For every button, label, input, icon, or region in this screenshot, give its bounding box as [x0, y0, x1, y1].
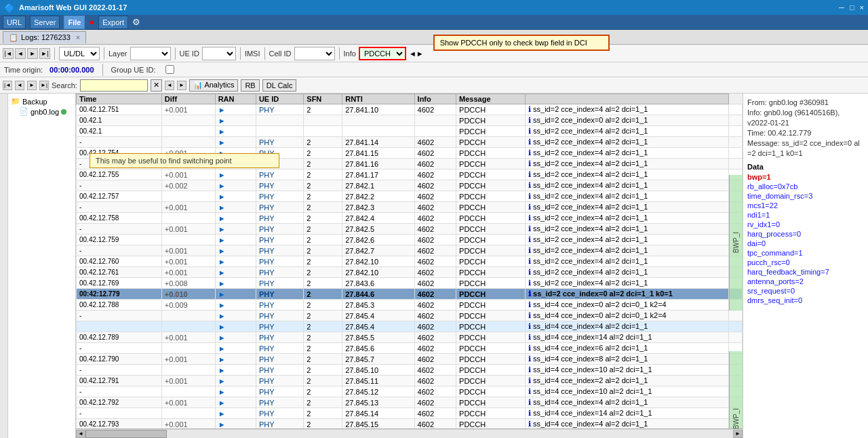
cell-ran[interactable]: ► — [215, 321, 256, 332]
table-row[interactable]: 00.42.12.791+0.001►PHY227.845.114602PDCC… — [77, 376, 743, 386]
search-input[interactable]: bwp=1 — [80, 79, 148, 92]
file-button[interactable]: File — [64, 16, 85, 29]
server-button[interactable]: Server — [30, 16, 60, 29]
table-row[interactable]: 00.42.1►PDCCHℹ ss_id=2 cce_index=0 al=2 … — [77, 115, 743, 126]
table-row[interactable]: 00.42.12.790+0.001►PHY227.845.74602PDCCH… — [77, 354, 743, 365]
maximize-btn[interactable]: □ — [850, 3, 854, 12]
dl-calc-button[interactable]: DL Calc — [262, 79, 297, 92]
table-row[interactable]: 00.42.12.769+0.008►PHY227.843.64602PDCCH… — [77, 278, 743, 289]
cell-ran[interactable]: ► — [215, 126, 256, 137]
nav-first[interactable]: |◄ — [3, 48, 14, 59]
cell-ran[interactable]: ► — [215, 343, 256, 354]
cell-ran[interactable]: ► — [215, 419, 256, 429]
layer-select[interactable] — [130, 47, 171, 60]
table-row[interactable]: 00.42.12.757►PHY227.842.24602PDCCHℹ ss_i… — [77, 191, 743, 202]
export-button[interactable]: Export — [98, 16, 128, 29]
table-row[interactable]: -►PHY227.845.144602PDCCHℹ ss_id=4 cce_in… — [77, 408, 743, 419]
log-tab[interactable]: 📋 Logs: 1276233 × — [3, 31, 86, 43]
table-row[interactable]: 00.42.1►PDCCHℹ ss_id=2 cce_index=4 al=2 … — [77, 126, 743, 137]
cell-ran[interactable]: ► — [215, 104, 256, 115]
cell-ran[interactable]: ► — [215, 300, 256, 311]
rb-button[interactable]: RB — [241, 79, 259, 92]
nav-next[interactable]: ► — [27, 48, 38, 59]
table-row[interactable]: -►PHY227.845.124602PDCCHℹ ss_id=4 cce_in… — [77, 386, 743, 397]
table-row[interactable]: 00.42.12.760+0.001►PHY227.842.104602PDCC… — [77, 256, 743, 267]
cell-id-select[interactable] — [294, 47, 335, 60]
table-row[interactable]: 00.42.12.754+0.001►PHY227.841.154602PDCC… — [77, 148, 743, 159]
table-row[interactable]: 00.42.12.761+0.001►PHY227.842.104602PDCC… — [77, 267, 743, 278]
table-row[interactable]: ►PHY227.845.44602PDCCHℹ ss_id=4 cce_inde… — [77, 321, 743, 332]
search-result-prev[interactable]: ◄ — [165, 81, 174, 90]
table-row[interactable]: 00:42:12.779+0.010►PHY227.844.64602PDCCH… — [77, 289, 743, 300]
cell-ran[interactable]: ► — [215, 376, 256, 386]
horizontal-scrollbar[interactable]: ◄ ► — [76, 429, 743, 438]
cell-ran[interactable]: ► — [215, 311, 256, 321]
ue-id-select[interactable] — [202, 47, 236, 60]
table-row[interactable]: 00.42.12.792+0.001►PHY227.845.134602PDCC… — [77, 397, 743, 408]
minimize-btn[interactable]: ─ — [839, 3, 844, 12]
cell-ran[interactable]: ► — [215, 289, 256, 300]
table-scroll[interactable]: Time Diff RAN UE ID SFN RNTI Info Messag… — [76, 94, 743, 429]
nav-last[interactable]: ►| — [39, 48, 50, 59]
table-row[interactable]: -►PHY227.845.64602PDCCHℹ ss_id=4 cce_ind… — [77, 343, 743, 354]
cell-ran[interactable]: ► — [215, 191, 256, 202]
scrollbar-track[interactable] — [85, 430, 733, 438]
search-nav-first[interactable]: |◄ — [3, 81, 12, 90]
table-row[interactable]: -+0.001►PHY227.842.74602PDCCHℹ ss_id=2 c… — [77, 245, 743, 256]
cell-ran[interactable]: ► — [215, 332, 256, 343]
cell-ran[interactable]: ► — [215, 202, 256, 213]
scrollbar-left[interactable]: ◄ — [76, 430, 85, 438]
uldl-select[interactable]: UL/DL — [59, 47, 100, 60]
settings-icon[interactable]: ⚙ — [132, 17, 140, 27]
cell-ran[interactable]: ► — [215, 213, 256, 224]
search-nav-next[interactable]: ► — [27, 81, 37, 90]
url-button[interactable]: URL — [3, 16, 26, 29]
backup-folder[interactable]: 📁 Backup — [11, 96, 73, 106]
cell-ran[interactable]: ► — [215, 397, 256, 408]
table-row[interactable]: 00.42.12.788+0.009►PHY227.845.34602PDCCH… — [77, 300, 743, 311]
cell-ran[interactable]: ► — [215, 224, 256, 235]
table-row[interactable]: -+0.001►PHY227.842.54602PDCCHℹ ss_id=2 c… — [77, 224, 743, 235]
gnb-log-item[interactable]: 📄 gnb0.log — [19, 106, 73, 117]
table-row[interactable]: 00.42.12.758►PHY227.842.44602PDCCHℹ ss_i… — [77, 213, 743, 224]
cell-ran[interactable]: ► — [215, 365, 256, 376]
table-row[interactable]: 00.42.12.789+0.001►PHY227.845.54602PDCCH… — [77, 332, 743, 343]
cell-ran[interactable]: ► — [215, 148, 256, 159]
scrollbar-thumb[interactable] — [85, 430, 167, 438]
cell-ran[interactable]: ► — [215, 137, 256, 148]
search-result-next[interactable]: ► — [177, 81, 186, 90]
cell-ran[interactable]: ► — [215, 386, 256, 397]
table-row[interactable]: -+0.002►PHY227.842.14602PDCCHℹ ss_id=2 c… — [77, 180, 743, 191]
table-row[interactable]: -+0.001►PHY227.842.34602PDCCHℹ ss_id=2 c… — [77, 202, 743, 213]
table-row[interactable]: 00.42.12.751+0.001►PHY227.841.104602PDCC… — [77, 104, 743, 115]
cell-ran[interactable]: ► — [215, 159, 256, 170]
log-tab-close[interactable]: × — [76, 33, 80, 41]
scrollbar-right[interactable]: ► — [733, 430, 743, 438]
table-row[interactable]: 00.42.12.759►PHY227.842.64602PDCCHℹ ss_i… — [77, 235, 743, 245]
cell-ran[interactable]: ► — [215, 354, 256, 365]
cell-ran[interactable]: ► — [215, 267, 256, 278]
cell-ran[interactable]: ► — [215, 235, 256, 245]
analytics-button[interactable]: 📊 Analytics — [189, 79, 238, 92]
search-clear-btn[interactable]: ✕ — [151, 79, 162, 92]
search-nav-prev[interactable]: ◄ — [15, 81, 24, 90]
cell-ran[interactable]: ► — [215, 256, 256, 267]
close-btn[interactable]: × — [860, 3, 864, 12]
cell-ran[interactable]: ► — [215, 408, 256, 419]
table-row[interactable]: 00.42.12.793+0.001►PHY227.845.154602PDCC… — [77, 419, 743, 429]
group-ue-checkbox[interactable] — [165, 65, 174, 74]
table-row[interactable]: -►PHY227.845.104602PDCCHℹ ss_id=4 cce_in… — [77, 365, 743, 376]
table-row[interactable]: 00.42.12.755+0.001►PHY227.841.174602PDCC… — [77, 170, 743, 180]
info-select[interactable]: PDCCH — [359, 47, 406, 60]
cell-ran[interactable]: ► — [215, 278, 256, 289]
cell-ran[interactable]: ► — [215, 115, 256, 126]
cell-ran[interactable]: ► — [215, 245, 256, 256]
arrow-icon[interactable]: ◄► — [409, 49, 424, 58]
cell-ran[interactable]: ► — [215, 170, 256, 180]
search-nav-last[interactable]: ►| — [39, 81, 49, 90]
nav-prev[interactable]: ◄ — [15, 48, 26, 59]
table-row[interactable]: -►PHY227.845.44602PDCCHℹ ss_id=4 cce_ind… — [77, 311, 743, 321]
table-row[interactable]: -►PHY227.841.164602PDCCHℹ ss_id=2 cce_in… — [77, 159, 743, 170]
cell-ran[interactable]: ► — [215, 180, 256, 191]
table-row[interactable]: -►PHY227.841.144602PDCCHℹ ss_id=2 cce_in… — [77, 137, 743, 148]
